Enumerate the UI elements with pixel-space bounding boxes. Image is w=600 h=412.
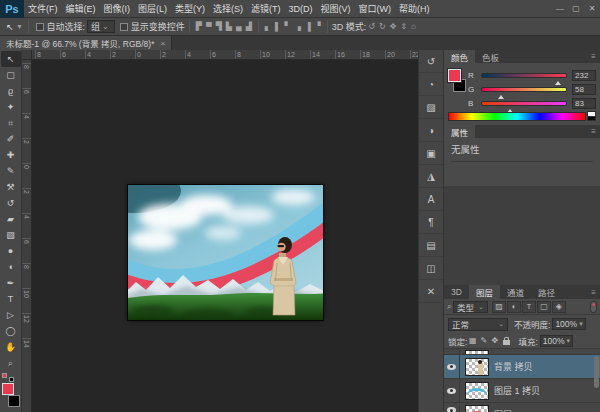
type-tool[interactable]: T [1,291,21,307]
3d-slide-icon[interactable]: ⇕ [398,19,409,35]
dodge-tool[interactable]: ◖ [1,259,21,275]
tool-presets-panel-icon[interactable]: ✕ [419,280,443,303]
quick-selection-tool[interactable]: ✦ [1,99,21,115]
panel-menu-icon[interactable]: ≡ [587,50,600,63]
filter-pixel-layers-icon[interactable]: ▨ [492,301,506,313]
history-panel-icon[interactable]: ↺ [419,50,443,73]
history-brush-tool[interactable]: ↺ [1,195,21,211]
tab-paths[interactable]: 路径 [531,285,562,299]
filter-shape-layers-icon[interactable]: ▢ [537,301,551,313]
green-slider[interactable] [481,87,567,92]
clone-source-panel-icon[interactable]: ◫ [419,257,443,280]
foreground-swatch[interactable] [2,383,14,395]
distribute-right-icon[interactable]: ▝ [313,19,323,35]
align-left-edges-icon[interactable]: ▛ [194,19,204,35]
filter-type-layers-icon[interactable]: T [522,301,536,313]
ruler-corner[interactable] [22,50,32,60]
layer-name[interactable]: 图层 1 拷贝 [494,384,540,397]
align-v-centers-icon[interactable]: ▄ [234,19,244,35]
eyedropper-tool[interactable]: ✐ [1,131,21,147]
align-top-edges-icon[interactable]: ▙ [224,19,234,35]
hand-tool[interactable]: ✋ [1,339,21,355]
visibility-eye-icon[interactable] [447,407,456,412]
lasso-tool[interactable]: ϱ [1,83,21,99]
foreground-swatch[interactable] [448,69,461,82]
blue-slider[interactable] [481,101,567,106]
menu-item[interactable]: 文件(F) [24,0,62,18]
horizontal-ruler[interactable]: 86420246810121416182022 [32,50,418,60]
align-right-edges-icon[interactable]: ▜ [214,19,224,35]
layer-row[interactable]: 背景 拷贝 [444,355,600,379]
blend-mode-dropdown[interactable]: 正常 ⌄ [448,318,508,331]
filter-toggle-icon[interactable] [590,301,597,313]
layer-name[interactable]: 图层 1 [494,408,520,412]
red-slider[interactable] [481,73,567,78]
menu-item[interactable]: 选择(S) [209,0,247,18]
canvas-area[interactable]: 86420246810121416182022 864202468101214 [22,50,418,412]
lock-position-icon[interactable]: ✥ [489,336,500,345]
distribute-top-icon[interactable]: ▖ [263,19,273,35]
navigator-panel-icon[interactable]: ◔ [419,73,443,96]
character-panel-icon[interactable]: A [419,188,443,211]
lock-transparency-icon[interactable]: ▦ [467,336,478,345]
minimize-button[interactable]: — [552,4,568,13]
spot-healing-brush-tool[interactable]: ✚ [1,147,21,163]
panel-menu-icon[interactable]: ≡ [587,285,600,299]
layer-thumbnail[interactable] [465,382,489,400]
layer-name[interactable]: 背景 拷贝 [494,360,533,373]
eye-cell[interactable] [444,349,460,354]
tool-preset-caret-icon[interactable]: ▾ [16,19,24,35]
brush-tool[interactable]: ✎ [1,163,21,179]
path-selection-tool[interactable]: ▷ [1,307,21,323]
menu-item[interactable]: 3D(D) [285,0,317,18]
tab-channels[interactable]: 通道 [500,285,531,299]
auto-select-dropdown[interactable]: 组 ⌄ [87,20,115,33]
close-button[interactable]: ✕ [584,4,600,13]
auto-select-checkbox[interactable] [36,23,44,31]
layer-thumbnail[interactable] [465,350,489,355]
red-value[interactable]: 232 [572,70,596,81]
menu-item[interactable]: 类型(Y) [171,0,209,18]
menu-item[interactable]: 滤镜(T) [247,0,285,18]
slider-thumb-icon[interactable] [498,92,504,99]
panel-menu-icon[interactable]: ≡ [587,125,600,138]
3d-rotate-icon[interactable]: ↺ [366,19,377,35]
layer-thumbnail[interactable] [465,358,489,376]
menu-item[interactable]: 窗口(W) [355,0,396,18]
scrollbar[interactable] [594,356,599,388]
masks-panel-icon[interactable]: ▣ [419,142,443,165]
background-swatch[interactable] [8,395,20,407]
zoom-tool[interactable]: ⌕ [1,355,21,371]
filter-adjustment-layers-icon[interactable]: ◐ [507,301,521,313]
blur-tool[interactable]: ● [1,243,21,259]
filter-smart-objects-icon[interactable]: ◈ [552,301,566,313]
layer-row[interactable]: 图层 1 [444,403,600,412]
tab-3d[interactable]: 3D [444,285,469,299]
tab-close-icon[interactable]: × [160,39,165,48]
color-spectrum-bar[interactable] [448,112,586,121]
slider-thumb-icon[interactable] [555,78,561,85]
blue-value[interactable]: 83 [572,98,596,109]
align-h-centers-icon[interactable]: ▀ [204,19,214,35]
filter-kind-dropdown[interactable]: 类型 ⌄ [453,301,488,313]
maximize-button[interactable]: ▢ [568,4,584,13]
gradient-tool[interactable]: ▧ [1,227,21,243]
menu-item[interactable]: 视图(V) [317,0,355,18]
menu-item[interactable]: 帮助(H) [395,0,434,18]
align-bottom-edges-icon[interactable]: ▟ [244,19,254,35]
3d-roll-icon[interactable]: ↻ [377,19,388,35]
tab-layers[interactable]: 图层 [469,285,500,299]
adjustments-panel-icon[interactable]: ◑ [419,119,443,142]
3d-scale-icon[interactable]: ⌂ [409,19,418,35]
distribute-bottom-icon[interactable]: ▘ [283,19,293,35]
distribute-left-icon[interactable]: ▗ [293,19,303,35]
show-transform-checkbox[interactable] [120,23,128,31]
eye-cell[interactable] [444,405,460,412]
menu-item[interactable]: 图层(L) [134,0,171,18]
info-panel-icon[interactable]: ◮ [419,165,443,188]
move-tool[interactable]: ↖ [1,51,21,67]
pen-tool[interactable]: ✒ [1,275,21,291]
3d-drag-icon[interactable]: ✥ [388,19,399,35]
styles-panel-icon[interactable]: ▨ [419,96,443,119]
menu-item[interactable]: 编辑(E) [62,0,100,18]
